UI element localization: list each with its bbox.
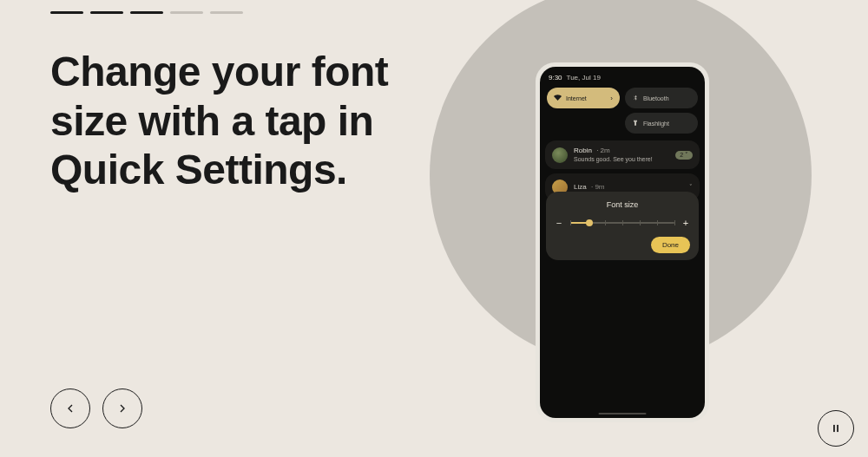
qs-tile-label: Flashlight: [643, 121, 669, 127]
done-button[interactable]: Done: [651, 237, 690, 253]
font-size-dialog: Font size − + Done: [546, 192, 699, 260]
qs-tile-internet[interactable]: Internet ›: [547, 88, 620, 108]
status-date: Tue, Jul 19: [567, 74, 601, 82]
prev-button[interactable]: [50, 388, 90, 428]
avatar: [552, 147, 568, 163]
next-button[interactable]: [102, 388, 142, 428]
progress-segment: [90, 11, 123, 14]
dialog-title: Font size: [555, 200, 690, 209]
progress-segment: [170, 11, 203, 14]
notification-sender: Robin: [574, 147, 592, 154]
svg-rect-0: [833, 425, 835, 432]
wifi-icon: [554, 94, 562, 102]
notification-time: 9m: [595, 183, 604, 191]
svg-rect-1: [837, 425, 838, 432]
qs-tile-label: Internet: [566, 95, 587, 101]
slider-thumb[interactable]: [586, 219, 593, 226]
progress-segment: [210, 11, 243, 14]
page-heading: Change your font size with a tap in Quic…: [50, 48, 388, 195]
notification-text: Robin · 2m Sounds good. See you there!: [574, 147, 669, 163]
quick-settings-row: Internet › Bluetooth Flashlight: [540, 85, 705, 136]
progress-bar: [50, 11, 243, 14]
notification-body: Sounds good. See you there!: [574, 155, 669, 163]
phone-screen: 9:30 Tue, Jul 19 Internet › Bluetoo: [540, 67, 705, 418]
qs-tile-flashlight[interactable]: Flashlight: [625, 113, 698, 134]
pause-icon: [830, 422, 842, 434]
chevron-right-icon: [115, 402, 129, 415]
flashlight-icon: [632, 120, 639, 127]
decrease-button[interactable]: −: [555, 218, 563, 228]
carousel-nav: [50, 388, 142, 428]
status-time: 9:30: [549, 74, 562, 82]
chevron-right-icon: ›: [610, 95, 613, 102]
qs-tile-bluetooth[interactable]: Bluetooth: [625, 88, 698, 108]
bluetooth-icon: [632, 95, 639, 102]
heading-line: Quick Settings.: [50, 147, 347, 193]
pause-button[interactable]: [818, 410, 854, 447]
chevron-down-icon: ˅: [689, 184, 693, 191]
heading-line: size with a tap in: [50, 98, 373, 144]
progress-segment: [130, 11, 163, 14]
increase-button[interactable]: +: [681, 218, 690, 228]
status-bar: 9:30 Tue, Jul 19: [540, 67, 705, 85]
progress-segment: [50, 11, 83, 14]
notification-card[interactable]: Robin · 2m Sounds good. See you there! 2…: [545, 140, 700, 169]
notification-sender: Liza: [574, 183, 587, 191]
notification-badge: 2 ˅: [675, 151, 693, 160]
font-size-slider-row: − +: [555, 218, 690, 228]
home-indicator[interactable]: [599, 413, 647, 415]
phone-frame: 9:30 Tue, Jul 19 Internet › Bluetoo: [536, 62, 709, 422]
font-size-slider[interactable]: [570, 222, 674, 224]
heading-line: Change your font: [50, 49, 388, 95]
chevron-left-icon: [63, 402, 77, 415]
notification-time: 2m: [601, 147, 610, 154]
qs-tile-label: Bluetooth: [643, 95, 669, 101]
